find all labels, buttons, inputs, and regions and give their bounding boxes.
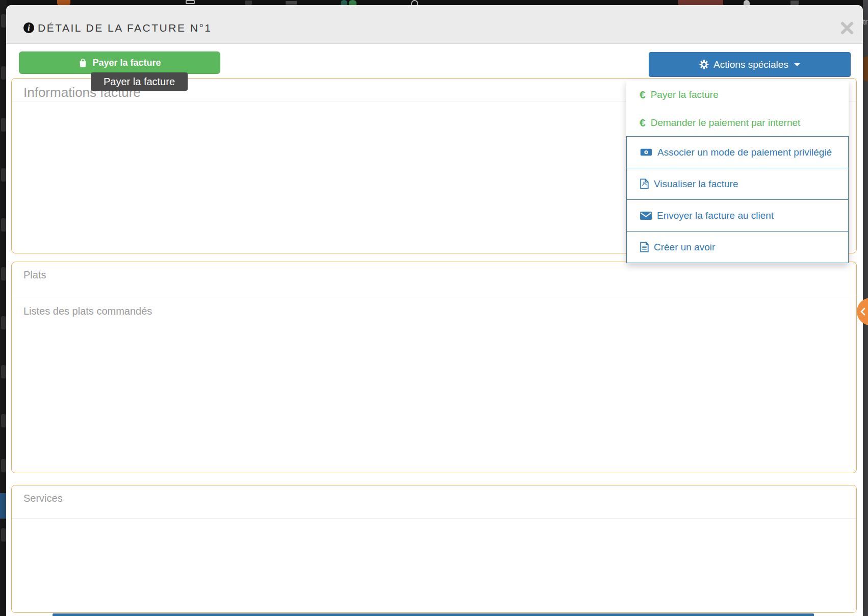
pay-invoice-label: Payer la facture	[92, 58, 161, 68]
gear-icon	[699, 60, 709, 69]
info-icon: i	[23, 22, 34, 33]
sidebar-icon	[1, 168, 6, 182]
chevron-left-icon	[860, 307, 865, 316]
services-title: Services	[23, 493, 63, 504]
sidebar-icon	[1, 316, 6, 329]
topbar-icon	[411, 0, 418, 5]
pdf-icon	[640, 178, 649, 189]
plats-panel: Plats Listes des plats commandés	[11, 262, 857, 473]
menu-item-associate-payment-method[interactable]: Associer un mode de paiement privilégié	[626, 136, 849, 168]
sidebar-icon	[1, 365, 6, 378]
sidebar-icon	[1, 459, 6, 472]
menu-item-label: Payer la facture	[651, 89, 719, 100]
topbar-icon	[286, 1, 297, 5]
sidebar-icon	[1, 528, 6, 542]
background-text-fragment: tr	[863, 17, 867, 26]
pay-invoice-tooltip: Payer la facture	[91, 72, 188, 91]
special-actions-label: Actions spéciales	[713, 59, 788, 70]
menu-item-view-invoice[interactable]: Visualiser la facture	[626, 168, 849, 200]
menu-item-pay-invoice[interactable]: € Payer la facture	[626, 81, 849, 109]
topbar-icon	[186, 0, 195, 4]
special-actions-menu: € Payer la facture € Demander le paiemen…	[626, 81, 849, 263]
modal-title: DÉTAIL DE LA FACTURE N°1	[38, 22, 212, 34]
envelope-icon	[640, 212, 652, 220]
sidebar-icon	[1, 414, 6, 427]
sidebar-icon	[1, 66, 6, 80]
menu-item-request-online-payment[interactable]: € Demander le paiement par internet	[626, 109, 849, 137]
menu-item-label: Envoyer la facture au client	[657, 210, 774, 221]
bag-icon	[78, 58, 88, 68]
topbar-icon	[790, 1, 799, 5]
services-panel: Services	[11, 485, 857, 613]
topbar-icon	[744, 0, 750, 5]
sidebar-icon	[1, 118, 6, 132]
bottom-panel-edge	[53, 613, 814, 616]
plats-title: Plats	[23, 269, 46, 281]
euro-icon: €	[640, 117, 646, 129]
menu-item-label: Créer un avoir	[654, 242, 715, 253]
plats-subtitle: Listes des plats commandés	[23, 305, 152, 317]
sidebar-icon	[1, 14, 6, 28]
chevron-down-icon	[794, 63, 800, 66]
topbar-icon	[245, 1, 252, 5]
special-actions-button[interactable]: Actions spéciales	[649, 52, 851, 77]
pay-invoice-button[interactable]: Payer la facture	[19, 52, 220, 74]
divider	[12, 295, 856, 295]
menu-item-create-credit-note[interactable]: Créer un avoir	[626, 231, 849, 263]
euro-icon: €	[640, 89, 646, 101]
screen: tr i DÉTAIL DE LA FACTURE N°1 Payer la f…	[0, 0, 868, 616]
modal-header: i DÉTAIL DE LA FACTURE N°1	[6, 5, 863, 44]
menu-item-label: Demander le paiement par internet	[651, 117, 801, 129]
sidebar-icon	[1, 267, 6, 280]
divider	[12, 518, 856, 519]
menu-item-send-invoice[interactable]: Envoyer la facture au client	[626, 199, 849, 232]
close-icon[interactable]	[839, 20, 855, 36]
document-icon	[640, 242, 649, 252]
menu-item-label: Visualiser la facture	[654, 178, 738, 190]
banknote-icon	[640, 148, 652, 156]
sidebar-icon	[1, 218, 6, 232]
menu-item-label: Associer un mode de paiement privilégié	[657, 147, 832, 158]
